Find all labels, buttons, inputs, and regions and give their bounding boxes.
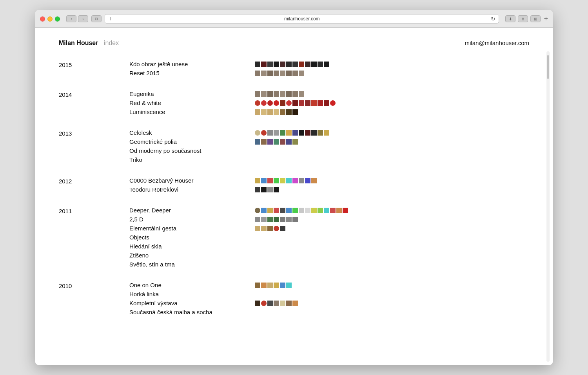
work-title[interactable]: Horká linka: [129, 291, 255, 297]
color-swatch: [261, 100, 267, 106]
site-nav[interactable]: index: [104, 40, 119, 46]
work-title[interactable]: Celolesk: [129, 129, 255, 136]
work-title[interactable]: C0000 Bezbarvý Houser: [129, 177, 255, 184]
fullscreen-button[interactable]: [55, 16, 60, 22]
color-swatch: [286, 100, 292, 106]
works-column: One on OneHorká linkaKompletní výstavaSo…: [129, 282, 529, 318]
color-swatch: [255, 130, 260, 136]
work-title[interactable]: Současná česká malba a socha: [129, 309, 255, 315]
scrollbar[interactable]: [546, 51, 550, 362]
color-swatch: [286, 71, 292, 76]
color-swatch: [255, 301, 260, 306]
minimize-button[interactable]: [47, 16, 53, 22]
year-label: 2015: [59, 61, 129, 68]
work-title[interactable]: Objects: [129, 234, 255, 241]
color-swatch: [267, 100, 273, 106]
color-swatch: [274, 301, 279, 306]
site-email[interactable]: milan@milanhouser.com: [465, 40, 529, 46]
color-swatch: [261, 62, 267, 67]
work-row: Kompletní výstava: [129, 300, 529, 306]
color-swatch: [261, 139, 267, 145]
color-swatch: [267, 208, 273, 213]
share-button[interactable]: ⬆: [518, 15, 528, 22]
work-title[interactable]: Eugenika: [129, 91, 255, 97]
color-swatch: [286, 178, 292, 183]
work-title[interactable]: Deeper, Deeper: [129, 207, 255, 214]
address-bar[interactable]: I milanhouser.com ↻: [105, 14, 499, 24]
color-swatch: [267, 109, 273, 115]
work-title[interactable]: Geometrické polia: [129, 138, 255, 145]
color-swatch: [255, 187, 260, 192]
color-swatch: [280, 208, 285, 213]
url-text: milanhouser.com: [284, 16, 320, 22]
new-tab-button[interactable]: +: [544, 15, 548, 22]
work-title[interactable]: Teodoru Rotreklovi: [129, 186, 255, 193]
color-swatch: [318, 208, 323, 213]
work-row: Deeper, Deeper: [129, 207, 529, 214]
color-swatch: [305, 130, 310, 136]
work-title[interactable]: Od moderny po současnost: [129, 147, 255, 154]
color-swatch: [324, 208, 329, 213]
work-row: Hledání skla: [129, 243, 529, 250]
color-swatches: [255, 139, 298, 145]
color-swatch: [261, 178, 267, 183]
color-swatch: [292, 100, 298, 106]
download-button[interactable]: ⬇: [505, 15, 515, 22]
color-swatch: [261, 283, 267, 288]
site-branding: Milan Houser index: [59, 40, 119, 47]
color-swatch: [292, 109, 298, 115]
color-swatch: [255, 91, 260, 97]
color-swatch: [261, 301, 267, 306]
work-row: Red & white: [129, 100, 529, 106]
work-row: Od moderny po současnost: [129, 147, 529, 154]
color-swatch: [280, 226, 285, 231]
color-swatch: [274, 187, 279, 192]
color-swatch: [274, 62, 279, 67]
color-swatch: [311, 62, 317, 67]
work-title[interactable]: Hledání skla: [129, 243, 255, 250]
reload-button[interactable]: ↻: [491, 16, 495, 22]
forward-button[interactable]: ›: [78, 15, 88, 22]
color-swatch: [286, 139, 292, 145]
works-list: 2015Kdo obraz ještě uneseReset 20152014E…: [59, 61, 529, 318]
work-title[interactable]: Red & white: [129, 100, 255, 106]
nav-buttons: ‹ ›: [66, 15, 88, 22]
reader-view-button[interactable]: ⊡: [91, 15, 102, 22]
color-swatch: [292, 301, 298, 306]
works-column: EugenikaRed & whiteLuminiscence: [129, 91, 529, 118]
color-swatches: [255, 208, 348, 213]
color-swatch: [274, 91, 279, 97]
color-swatch: [286, 283, 292, 288]
sidebar-button[interactable]: ⊞: [530, 15, 541, 22]
work-title[interactable]: Ztišeno: [129, 252, 255, 259]
work-title[interactable]: Kompletní výstava: [129, 300, 255, 306]
year-section: 2015Kdo obraz ještě uneseReset 2015: [59, 61, 529, 79]
work-title[interactable]: Luminiscence: [129, 109, 255, 115]
work-title[interactable]: Kdo obraz ještě unese: [129, 61, 255, 67]
color-swatch: [255, 109, 260, 115]
back-button[interactable]: ‹: [66, 15, 76, 22]
color-swatch: [343, 208, 348, 213]
work-title[interactable]: 2,5 D: [129, 216, 255, 223]
color-swatch: [318, 100, 323, 106]
close-button[interactable]: [40, 16, 45, 22]
browser-window: ‹ › ⊡ I milanhouser.com ↻ ⬇ ⬆ ⊞ + Milan …: [35, 10, 553, 365]
work-title[interactable]: Reset 2015: [129, 70, 255, 76]
color-swatch: [261, 187, 267, 192]
work-title[interactable]: One on One: [129, 282, 255, 288]
color-swatch: [274, 139, 279, 145]
color-swatch: [280, 217, 285, 222]
work-row: Elementální gesta: [129, 225, 529, 232]
work-title[interactable]: Světlo, stín a tma: [129, 261, 255, 268]
color-swatch: [292, 62, 298, 67]
work-title[interactable]: Triko: [129, 156, 255, 163]
work-row: Triko: [129, 156, 529, 163]
works-column: Kdo obraz ještě uneseReset 2015: [129, 61, 529, 79]
color-swatches: [255, 62, 329, 67]
work-row: One on One: [129, 282, 529, 288]
work-title[interactable]: Elementální gesta: [129, 225, 255, 232]
color-swatch: [280, 130, 285, 136]
color-swatch: [292, 130, 298, 136]
color-swatches: [255, 130, 329, 136]
color-swatch: [299, 62, 304, 67]
